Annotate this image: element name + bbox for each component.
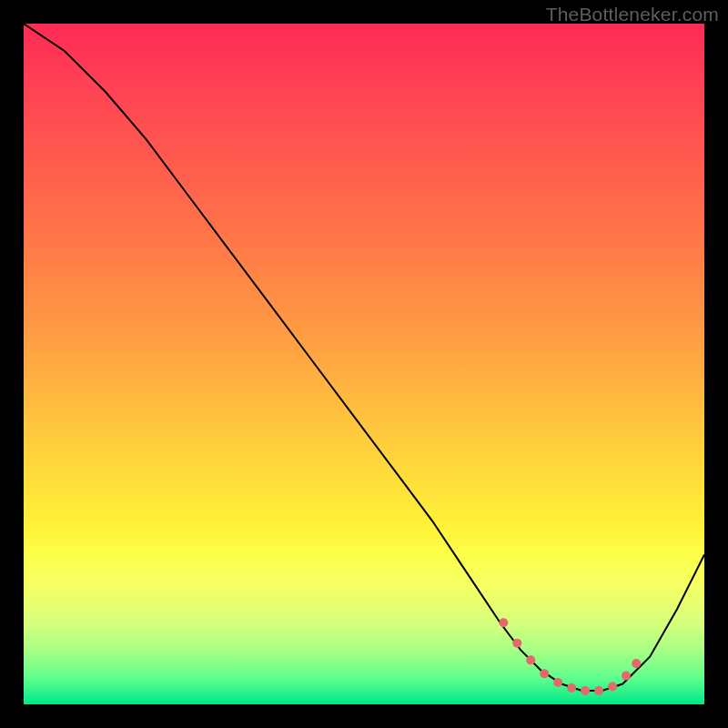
optimal-range-dots bbox=[499, 618, 641, 695]
optimal-range-dot bbox=[540, 669, 549, 678]
optimal-range-dot bbox=[512, 639, 521, 648]
chart-area bbox=[24, 24, 704, 704]
watermark-text: TheBottleneker.com bbox=[546, 4, 719, 25]
bottleneck-curve bbox=[24, 24, 704, 691]
optimal-range-dot bbox=[499, 618, 508, 627]
optimal-range-dot bbox=[581, 686, 590, 695]
optimal-range-dot bbox=[567, 683, 576, 693]
optimal-range-dot bbox=[526, 655, 535, 664]
optimal-range-dot bbox=[594, 686, 603, 695]
chart-svg bbox=[24, 24, 704, 704]
optimal-range-dot bbox=[553, 678, 562, 687]
optimal-range-dot bbox=[632, 659, 641, 668]
optimal-range-dot bbox=[622, 672, 631, 681]
optimal-range-dot bbox=[608, 682, 617, 692]
